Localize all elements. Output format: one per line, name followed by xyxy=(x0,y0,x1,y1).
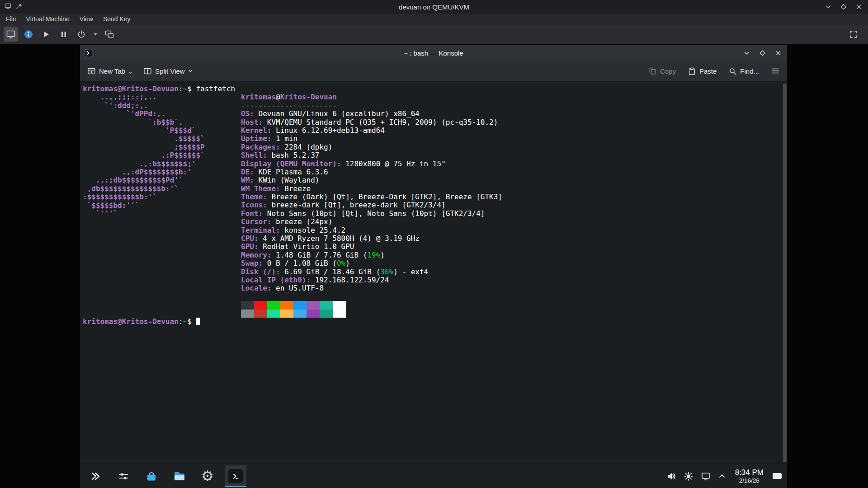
host-titlebar-icons xyxy=(5,3,23,11)
pin-icon xyxy=(16,3,23,11)
konsole-toolbar: New Tab Split View Copy Paste xyxy=(80,61,787,82)
new-tab-button[interactable]: New Tab xyxy=(87,67,132,75)
palette-block xyxy=(333,301,346,309)
split-view-icon xyxy=(143,67,152,75)
discover-button[interactable] xyxy=(141,465,162,487)
terminal-cursor xyxy=(196,318,200,325)
menu-file[interactable]: File xyxy=(1,14,21,25)
virt-manager-app-icon xyxy=(5,3,11,11)
caret-down-icon xyxy=(93,32,98,37)
dolphin-button[interactable] xyxy=(169,465,190,487)
terminal-scrollbar[interactable] xyxy=(783,83,787,463)
menu-virtual-machine[interactable]: Virtual Machine xyxy=(21,14,75,25)
restore-diamond-icon xyxy=(759,49,766,57)
app-launcher-button[interactable] xyxy=(85,465,106,487)
terminal-line: Locale: en_US.UTF-8 xyxy=(83,284,782,292)
terminal-line: Cursor: breeze (24px) xyxy=(83,218,782,226)
copy-label: Copy xyxy=(660,67,676,75)
host-toolbar xyxy=(0,25,868,44)
host-close-button[interactable] xyxy=(854,2,863,11)
host-menubar: File Virtual Machine View Send Key xyxy=(0,14,868,25)
hamburger-icon xyxy=(771,66,780,75)
volume-icon[interactable] xyxy=(666,471,676,481)
paste-button[interactable]: Paste xyxy=(688,67,717,75)
palette-block xyxy=(307,310,320,318)
terminal-line xyxy=(83,301,782,309)
palette-block xyxy=(307,301,320,309)
clock[interactable]: 8:34 PM 2/16/26 xyxy=(735,468,764,484)
terminal-line: Disk (/): 6.69 GiB / 18.46 GiB (36%) - e… xyxy=(83,268,782,276)
virtual-displays-button[interactable] xyxy=(102,27,117,42)
app-launcher-icon xyxy=(90,470,101,482)
shutdown-vm-button[interactable] xyxy=(74,27,89,42)
chevron-down-icon xyxy=(743,49,750,57)
palette-block xyxy=(320,301,333,309)
pause-vm-button[interactable] xyxy=(57,27,71,42)
ascii-logo: ..,,;;;::;,.. `':ddd;:,. `'dPPd:,. `:b$$… xyxy=(83,93,205,218)
peek-desktop-button[interactable] xyxy=(773,473,782,479)
terminal-line: Local IP (eth0): 192.168.122.59/24 xyxy=(83,276,782,284)
konsole-restore-button[interactable] xyxy=(758,48,767,57)
palette-block xyxy=(293,310,307,318)
menu-view[interactable]: View xyxy=(75,14,98,25)
terminal-content[interactable]: ..,,;;;::;,.. `':ddd;:,. `'dPPd:,. `:b$$… xyxy=(80,82,787,464)
copy-icon xyxy=(648,67,657,75)
play-icon xyxy=(42,30,51,39)
hamburger-menu-button[interactable] xyxy=(771,66,780,75)
power-icon xyxy=(77,30,86,39)
scrollbar-thumb[interactable] xyxy=(783,84,787,462)
konsole-task-button[interactable] xyxy=(225,465,246,487)
palette-block xyxy=(320,310,333,318)
graphical-console-button[interactable] xyxy=(4,27,18,42)
search-icon xyxy=(728,67,737,75)
split-view-dropdown-icon xyxy=(188,69,193,73)
terminal-line: Terminal: konsole 25.4.2 xyxy=(83,226,782,235)
konsole-close-button[interactable] xyxy=(774,48,783,57)
split-view-label: Split View xyxy=(155,67,185,75)
host-maximize-button[interactable] xyxy=(839,2,848,11)
terminal[interactable]: ..,,;;;::;,.. `':ddd;:,. `'dPPd:,. `:b$$… xyxy=(80,82,787,464)
terminal-line: CPU: 4 x AMD Ryzen 7 5800H (4) @ 3.19 GH… xyxy=(83,235,782,243)
palette-block xyxy=(333,310,346,318)
host-window-title: devuan on QEMU/KVM xyxy=(0,3,868,11)
sliders-icon xyxy=(118,470,129,482)
konsole-window-title: ~ : bash — Konsole xyxy=(80,49,787,57)
fullscreen-button[interactable] xyxy=(846,27,861,42)
find-label: Find... xyxy=(740,67,759,75)
menu-send-key[interactable]: Send Key xyxy=(98,14,136,25)
gear-icon: ⚙ xyxy=(201,469,214,483)
terminal-line xyxy=(83,293,782,301)
find-button[interactable]: Find... xyxy=(728,67,759,75)
new-tab-label: New Tab xyxy=(99,67,125,75)
fullscreen-icon xyxy=(849,30,858,39)
audio-mixer-button[interactable] xyxy=(113,465,134,487)
palette-block xyxy=(280,301,293,309)
vm-display-area: ~ : bash — Konsole New Ta xyxy=(0,44,868,488)
discover-icon xyxy=(145,469,158,483)
close-icon xyxy=(855,3,863,11)
copy-button[interactable]: Copy xyxy=(648,67,676,75)
pause-icon xyxy=(59,30,68,39)
konsole-titlebar[interactable]: ~ : bash — Konsole xyxy=(80,45,787,61)
clock-date: 2/16/26 xyxy=(735,477,764,484)
vm-details-button[interactable] xyxy=(21,27,36,42)
konsole-minimize-button[interactable] xyxy=(742,48,751,57)
palette-block xyxy=(293,301,307,309)
palette-block xyxy=(254,301,267,309)
split-view-button[interactable]: Split View xyxy=(143,67,193,75)
system-settings-button[interactable]: ⚙ xyxy=(197,465,218,487)
konsole-app-icon xyxy=(85,49,93,57)
monitor-icon xyxy=(6,29,16,39)
run-vm-button[interactable] xyxy=(39,27,53,42)
clock-time: 8:34 PM xyxy=(735,468,764,477)
taskbar: ⚙ xyxy=(80,464,787,488)
konsole-toolbar-right: Copy Paste Find... xyxy=(648,66,780,75)
terminal-line: kritomas@Kritos-Devuan:~$ xyxy=(83,318,782,326)
host-minimize-button[interactable] xyxy=(824,2,833,11)
virt-manager-window: devuan on QEMU/KVM File Virtual Machine … xyxy=(0,0,868,488)
display-tray-icon[interactable] xyxy=(701,471,711,481)
shutdown-menu-caret[interactable] xyxy=(92,27,99,42)
tray-expand-button[interactable] xyxy=(718,472,726,480)
konsole-window-controls xyxy=(742,48,783,57)
brightness-icon[interactable] xyxy=(684,471,693,481)
